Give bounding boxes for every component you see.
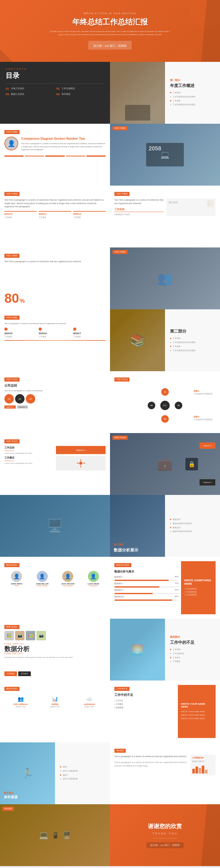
slide-stats: 数据分析展示 👥 100 millions 数据统计说明 📊 44560 数据统… bbox=[0, 681, 110, 742]
big-percent: 80 bbox=[4, 292, 19, 305]
slides-row-3: 年度工作概述 Text Text a paragraph is a series… bbox=[0, 186, 220, 247]
slide-contents: CONTENTS 目录 01.专项工作述职 02.工作完成情况 03.数据汇总情… bbox=[0, 62, 110, 124]
slide-timeline2: 年度工作概述 Text a paragraph is a series of s… bbox=[0, 309, 110, 371]
fa-buttons[interactable]: 分享经验 全力奋斗 bbox=[4, 672, 106, 676]
slide-photo-wide1: 🖥️ bbox=[0, 495, 110, 557]
slide1-info: 设计师：xxx 部门：招商部 bbox=[88, 41, 132, 50]
slide1-main-title: 年终总结工作总结汇报 bbox=[50, 17, 170, 27]
slide-fine-artist: 数据分析展示 🖼️ 📷 🖼️ 📷 FINE ARTIST 数据分析 FINE A… bbox=[0, 619, 110, 681]
presentation: WRITE A TITLE IN THIS SECTION 年终总结工作总结汇报… bbox=[0, 0, 220, 866]
contents-label: CONTENTS bbox=[6, 67, 104, 70]
stat3-icon: ☁️ bbox=[73, 696, 106, 702]
part4-title: 工作中的不足 bbox=[170, 640, 215, 645]
slide-thank-you: 谢谢您的欣赏 THANK YOU 设计师：xxx 部门：招商部 bbox=[110, 804, 220, 866]
part1-title: 年度工作概述 bbox=[170, 83, 215, 89]
options-labels: Options 1 Options 2 bbox=[4, 405, 106, 409]
slide-work-issues-write: 工作中的不足 工作中的不足 • 工作不足 • 工作建议 • 改进措施 WRITE… bbox=[110, 681, 220, 742]
fa-btn2[interactable]: 全力奋斗 bbox=[18, 672, 31, 676]
percent-sign: % bbox=[20, 298, 25, 304]
fa-body: amazing your inspiration. Being great of… bbox=[4, 656, 106, 659]
persons-grid: 👤 JOHN SMITH Trainer 👤 JANE MILLER Stude… bbox=[4, 571, 106, 587]
fa-label: FINE ARTIST bbox=[4, 643, 106, 645]
part4-points: 工作说明 工作完成情况 工作亮点 工作建议 bbox=[170, 648, 215, 664]
slide25-tag: 来年展望 bbox=[2, 807, 14, 811]
slide-80pct: 年度工作概述 Text Text a paragraph is a series… bbox=[0, 247, 110, 309]
timeline-years: W2010 工作描述 W2011 工作描述 W2014 工作描述 bbox=[4, 211, 106, 219]
stat3-label: 数据统计说明 bbox=[73, 706, 106, 708]
work-issues-left: 工作中的不足 工作中的不足 • 工作不足 • 工作建议 • 改进措施 bbox=[114, 685, 175, 738]
person1-avatar: 👤 bbox=[11, 571, 22, 582]
slide-title: WRITE A TITLE IN THIS SECTION 年终总结工作总结汇报… bbox=[0, 0, 220, 62]
contents-item-1: 01.专项工作述职 bbox=[6, 87, 54, 90]
progress-title: 数据分析与展示 bbox=[114, 570, 178, 574]
slides-row-11: 数据分析展示 👥 100 millions 数据统计说明 📊 44560 数据统… bbox=[0, 681, 220, 742]
analysis-title: 数据分析 bbox=[4, 646, 106, 652]
slides-row-2: 年度工作概述 👤 Comparison Diagram Section Numb… bbox=[0, 124, 220, 186]
slide17-tag: 数据分析展示 bbox=[4, 563, 20, 567]
slide6-text: Text Text a paragraph is a series of sen… bbox=[4, 198, 106, 209]
slides-row-8: 🖥️ 第三部分 数据分析展示 数据分析 数据分析展示内容说明 数据总结 数据分析… bbox=[0, 495, 220, 557]
diagram-label-1: 选项01 工作描述文字说明内容 bbox=[194, 390, 213, 395]
slide-part2: 📚 第二部分 工作说明 工作完成情况分析总结报告 工作成果 工作完成情况分析总结… bbox=[110, 309, 220, 371]
slide-persons: 数据分析展示 👤 JOHN SMITH Trainer 👤 JANE MILLE… bbox=[0, 557, 110, 619]
stats-grid: 👥 100 millions 数据统计说明 📊 44560 数据统计说明 ☁️ … bbox=[4, 696, 106, 708]
work-item-text3: Lorem ipsum paragraph text here bbox=[4, 462, 54, 464]
part1-points: 工作说明 工作完成情况分析总结报告 工作成果 工作完成情况分析总结报告 bbox=[170, 91, 215, 107]
slide-people-photo: 👥 年度工作概述 bbox=[110, 247, 220, 309]
slide-part5: 🏃 第五部分 来年展望 展望一 来年工作展望内容 展望二 来年工作展望内容 bbox=[0, 742, 110, 804]
stat1-num: 100 millions bbox=[4, 703, 37, 706]
slide-devices-photo: 💻 📱 🖥️ 来年展望 bbox=[0, 804, 110, 866]
svg-point-0 bbox=[79, 462, 82, 465]
thank-info: 设计师：xxx 部门：招商部 bbox=[146, 842, 184, 848]
options-badge-2: Options 4 bbox=[199, 479, 215, 486]
gear-icon bbox=[56, 456, 106, 470]
hex-labels: • 工作不足 • 工作建议 • 改进措施 bbox=[114, 699, 175, 709]
write-names-box: WRITE YOUR NAME HERE WRITE YOUR NAME HER… bbox=[178, 685, 216, 738]
work-issues-title: 工作中的不足 bbox=[114, 693, 175, 697]
contents-grid: 01.专项工作述职 02.工作完成情况 03.数据汇总情况 04.来年展望 bbox=[6, 87, 104, 96]
slide7-grid: Text Text a paragraph is a series of sen… bbox=[114, 198, 216, 216]
slide-work-items: 年度工作总结 工作总结 Lorem ipsum paragraph text h… bbox=[0, 433, 110, 495]
fa-subtitle: FINE ARTIST bbox=[4, 652, 106, 655]
option-badge: Options 1 bbox=[56, 446, 106, 454]
work-item-text1: Lorem ipsum paragraph text here bbox=[4, 452, 54, 454]
options-row: 01 02 03 bbox=[4, 394, 106, 404]
fa-btn1[interactable]: 分享经验 bbox=[4, 672, 17, 676]
slide-part4-photo: 🌅 第四部分 工作中的不足 工作说明 工作完成情况 工作亮点 工作建议 bbox=[110, 619, 220, 681]
part1-number: 第一部分 bbox=[170, 79, 215, 82]
slide13-tag: 年度工作总结 bbox=[114, 377, 130, 381]
person3-avatar: 👤 bbox=[62, 571, 73, 582]
mini-bar-chart bbox=[192, 764, 214, 773]
thank-subtitle: THANK YOU bbox=[146, 832, 184, 835]
slide22-tag: 工作中的不足 bbox=[114, 687, 130, 691]
slide18-tag: 数据分析与展示 bbox=[114, 563, 131, 567]
slide5-tag: 年度工作概述 bbox=[112, 126, 128, 130]
work-items-grid: 工作总结 Lorem ipsum paragraph text here Opt… bbox=[4, 446, 106, 470]
stat1-icon: 👥 bbox=[4, 696, 37, 702]
slide-timeline1: 年度工作概述 Text Text a paragraph is a series… bbox=[0, 186, 110, 247]
part3-points: 数据分析 数据分析展示内容说明 数据总结 数据分析展示内容说明 bbox=[170, 518, 215, 534]
slide6-tag: 年度工作概述 bbox=[4, 192, 20, 196]
slide-part1: 第一部分 年度工作概述 工作说明 工作完成情况分析总结报告 工作成果 工作完成情… bbox=[110, 62, 220, 124]
person2-role: Student Design bbox=[30, 585, 55, 587]
thumb-row: 🖼️ 📷 🖼️ 📷 bbox=[4, 631, 106, 640]
future-content: Text a paragraph is a series of sentence… bbox=[114, 755, 216, 775]
slide-future-outlook: 来年展望 Text a paragraph is a series of sen… bbox=[110, 742, 220, 804]
slide1-subtitle: WRITE A TITLE IN THIS SECTION bbox=[50, 12, 170, 14]
slide-laptop-photo: 💻 2058 年度工作概述 bbox=[110, 124, 220, 186]
part5-title: 来年展望 bbox=[4, 795, 18, 800]
person2-avatar: 👤 bbox=[37, 571, 48, 582]
slide-circular-diagram: 年度工作总结 中心 01 02 03 04 选项01 工作描述文字说明内容 bbox=[110, 371, 220, 433]
person-avatar: 👤 bbox=[4, 136, 18, 150]
slides-row-1: CONTENTS 目录 01.专项工作述职 02.工作完成情况 03.数据汇总情… bbox=[0, 62, 220, 124]
slide15-tag: 年度工作总结 bbox=[112, 436, 128, 440]
laptop-bg: 💻 2058 bbox=[110, 124, 220, 186]
progress-bars: 数据项目一85% 数据项目二70% 数据项目三60% 数据项目四90% bbox=[114, 576, 178, 601]
part2-title: 第二部分 bbox=[170, 329, 215, 334]
slide1-desc: By faith I mean a vision of good one che… bbox=[50, 30, 170, 36]
progress-section: 数据分析与展示 数据分析与展示 数据项目一85% 数据项目二70% 数据项目三6… bbox=[114, 561, 178, 614]
part2-points: 工作说明 工作完成情况分析总结报告 工作成果 工作完成情况分析总结报告 bbox=[170, 337, 215, 353]
slides-row-7: 年度工作总结 工作总结 Lorem ipsum paragraph text h… bbox=[0, 433, 220, 495]
slide4-tag: 年度工作概述 bbox=[4, 130, 20, 134]
stat2-icon: 📊 bbox=[39, 696, 71, 702]
